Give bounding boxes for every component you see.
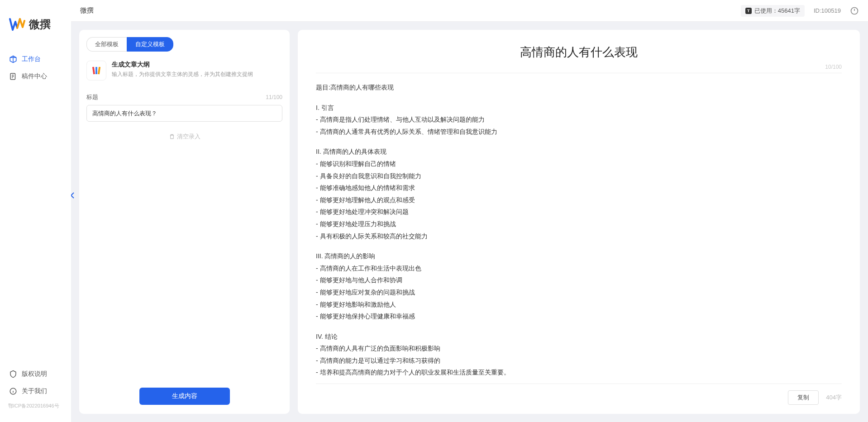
nav-items: 工作台 稿件中心 (0, 51, 71, 365)
char-count: 11/100 (266, 94, 282, 100)
form-label: 标题 (86, 93, 98, 101)
logo: 微撰 (0, 5, 71, 51)
output-line: - 能够更好地处理冲突和解决问题 (316, 206, 842, 218)
usage-badge[interactable]: T 已使用：45641字 (741, 5, 805, 17)
output-header-count: 10/100 (825, 64, 842, 70)
output-line: 题目:高情商的人有哪些表现 (316, 81, 842, 94)
topbar: 微撰 T 已使用：45641字 ID:100519 (71, 0, 868, 22)
template-title: 生成文章大纲 (112, 61, 253, 69)
generate-button[interactable]: 生成内容 (139, 388, 230, 405)
clear-button[interactable]: 清空录入 (86, 133, 282, 141)
trash-icon (169, 133, 175, 140)
sidebar-item-label: 稿件中心 (22, 72, 47, 81)
tab-custom-templates[interactable]: 自定义模板 (127, 37, 173, 52)
sidebar-item-workbench[interactable]: 工作台 (0, 51, 71, 68)
cube-icon (9, 55, 17, 63)
svg-rect-4 (95, 67, 97, 74)
form-label-row: 标题 11/100 (86, 93, 282, 101)
logo-icon (9, 16, 25, 33)
text-icon: T (745, 8, 752, 14)
template-text: 生成文章大纲 输入标题，为你提供文章主体的灵感，并为其创建推文提纲 (112, 61, 253, 78)
collapse-handle[interactable] (71, 191, 76, 202)
output-title: 高情商的人有什么表现 (316, 39, 842, 64)
copy-button[interactable]: 复制 (788, 390, 819, 405)
output-line: - 能够更好地应对复杂的问题和挑战 (316, 286, 842, 299)
output-body: 题目:高情商的人有哪些表现I. 引言- 高情商是指人们处理情绪、与他人互动以及解… (316, 81, 842, 379)
tabs: 全部模板 自定义模板 (79, 30, 290, 52)
svg-rect-5 (98, 67, 100, 74)
topbar-right: T 已使用：45641字 ID:100519 (741, 5, 859, 17)
info-icon (9, 387, 17, 395)
sidebar-item-drafts[interactable]: 稿件中心 (0, 68, 71, 85)
output-line: - 具有积极的人际关系和较高的社交能力 (316, 230, 842, 242)
output-footer: 复制 404字 (316, 384, 842, 405)
books-icon (91, 65, 102, 76)
sidebar: 微撰 工作台 稿件中心 版权说明 (0, 0, 71, 422)
output-line: IV. 结论 (316, 331, 842, 343)
icp-text: 鄂ICP备2022016946号 (0, 400, 71, 412)
output-line: - 高情商是指人们处理情绪、与他人互动以及解决问题的能力 (316, 114, 842, 126)
output-line: I. 引言 (316, 102, 842, 114)
sidebar-item-copyright[interactable]: 版权说明 (0, 365, 71, 383)
output-line: - 高情商的人在工作和生活中表现出色 (316, 262, 842, 275)
output-line: - 能够更好地处理压力和挑战 (316, 218, 842, 230)
logo-text: 微撰 (29, 17, 51, 32)
shield-icon (9, 370, 17, 378)
main: 微撰 T 已使用：45641字 ID:100519 全部模板 自定义模板 (71, 0, 868, 422)
topbar-title: 微撰 (80, 6, 94, 15)
output-line: - 高情商的人具有广泛的负面影响和积极影响 (316, 342, 842, 355)
output-line: - 培养和提高高情商的能力对于个人的职业发展和生活质量至关重要。 (316, 366, 842, 379)
sidebar-item-label: 版权说明 (22, 370, 47, 378)
left-panel: 全部模板 自定义模板 生成文章大纲 输入标题，为你提供文章主体的灵感，并为其创建… (79, 30, 290, 414)
output-line: - 能够更好地影响和激励他人 (316, 299, 842, 311)
svg-rect-3 (92, 67, 95, 74)
sidebar-item-about[interactable]: 关于我们 (0, 383, 71, 400)
bottom-nav: 版权说明 关于我们 鄂ICP备2022016946号 (0, 365, 71, 417)
output-line: - 高情商的能力是可以通过学习和练习获得的 (316, 355, 842, 367)
template-info: 生成文章大纲 输入标题，为你提供文章主体的灵感，并为其创建推文提纲 (79, 52, 290, 90)
output-line: - 能够更好地与他人合作和协调 (316, 274, 842, 286)
output-header: 10/100 (316, 64, 842, 73)
right-panel: 高情商的人有什么表现 10/100 题目:高情商的人有哪些表现I. 引言- 高情… (298, 30, 860, 414)
usage-label: 已使用：45641字 (754, 7, 800, 15)
output-line: II. 高情商的人的具体表现 (316, 146, 842, 158)
word-count: 404字 (826, 394, 842, 402)
output-line: - 能够更好地保持心理健康和幸福感 (316, 310, 842, 322)
content-area: 全部模板 自定义模板 生成文章大纲 输入标题，为你提供文章主体的灵感，并为其创建… (71, 22, 868, 422)
form-section: 标题 11/100 清空录入 (79, 90, 290, 380)
output-line: III. 高情商的人的影响 (316, 250, 842, 262)
template-desc: 输入标题，为你提供文章主体的灵感，并为其创建推文提纲 (112, 71, 253, 78)
sidebar-item-label: 工作台 (22, 55, 41, 63)
user-id: ID:100519 (814, 7, 841, 14)
output-line: - 具备良好的自我意识和自我控制能力 (316, 170, 842, 182)
output-line: - 能够识别和理解自己的情绪 (316, 158, 842, 170)
tab-all-templates[interactable]: 全部模板 (86, 37, 127, 52)
template-icon (86, 61, 106, 81)
document-icon (9, 72, 17, 81)
clear-text: 清空录入 (177, 133, 200, 141)
output-line: - 能够更好地理解他人的观点和感受 (316, 194, 842, 206)
power-icon[interactable] (850, 6, 859, 15)
title-input[interactable] (86, 105, 282, 122)
output-line: - 高情商的人通常具有优秀的人际关系、情绪管理和自我意识能力 (316, 126, 842, 138)
output-line: - 能够准确地感知他人的情绪和需求 (316, 182, 842, 194)
sidebar-item-label: 关于我们 (22, 387, 47, 395)
